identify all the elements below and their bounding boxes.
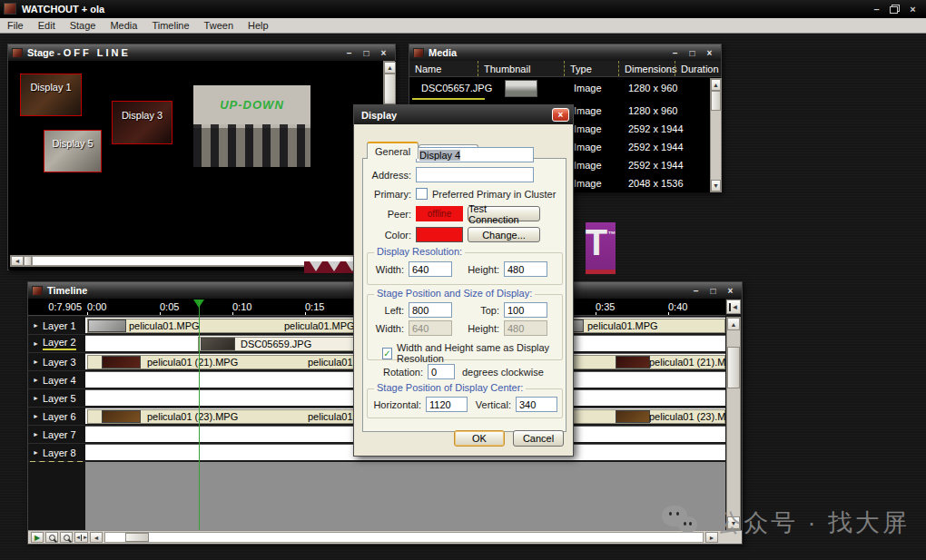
layer-header-6[interactable]: ►Layer 6 (28, 408, 85, 426)
restore-icon[interactable] (887, 3, 902, 15)
dialog-titlebar[interactable]: Display × (354, 105, 573, 124)
scroll-thumb[interactable] (125, 533, 149, 542)
stage-display-1[interactable]: Display 1 (20, 74, 82, 116)
ruler-tick: 0:10 (232, 301, 251, 312)
vertical-field[interactable]: 340 (516, 397, 557, 412)
scroll-thumb[interactable] (711, 91, 721, 111)
zoom-out-icon[interactable] (60, 532, 73, 543)
address-field[interactable] (416, 167, 534, 182)
minimize-icon[interactable]: – (668, 47, 682, 59)
same-size-checkbox[interactable]: ✓ (382, 348, 392, 359)
primary-checkbox[interactable] (416, 188, 428, 200)
watermark: 公众号 · 找大屏 (662, 506, 910, 540)
tab-general[interactable]: General (367, 142, 419, 159)
stage-window-icon (12, 48, 23, 58)
close-icon[interactable]: × (724, 285, 737, 297)
menu-help[interactable]: Help (241, 18, 276, 33)
scroll-thumb[interactable] (384, 74, 396, 104)
timeline-vscrollbar[interactable]: ▲ ▼ (726, 317, 741, 530)
app-title: WATCHOUT + ola (22, 4, 104, 15)
layer-header-4[interactable]: ►Layer 4 (28, 371, 85, 389)
stage-height-label: Height: (460, 323, 499, 334)
peer-status-badge: offline (416, 206, 463, 221)
ok-button[interactable]: OK (454, 430, 505, 447)
column-header-thumbnail[interactable]: Thumbnail (478, 61, 564, 76)
rotation-field[interactable]: 0 (428, 364, 455, 379)
menu-stage[interactable]: Stage (63, 18, 103, 33)
scroll-down-icon[interactable]: ▼ (711, 180, 721, 192)
menu-tween[interactable]: Tween (197, 18, 241, 33)
layer-header-5[interactable]: ►Layer 5 (28, 389, 85, 408)
media-dimensions: 2048 x 1536 (628, 178, 684, 189)
scroll-left-icon[interactable]: ◄ (90, 532, 103, 543)
scroll-thumb[interactable] (24, 256, 32, 266)
minimize-icon[interactable]: – (342, 47, 356, 59)
column-header-type[interactable]: Type (564, 61, 618, 76)
column-header-name[interactable]: Name (409, 61, 478, 76)
close-icon[interactable]: × (703, 47, 716, 59)
address-row: Address: (369, 167, 561, 182)
primary-checkbox-label: Preferred Primary in Cluster (432, 189, 556, 200)
menu-file[interactable]: File (0, 18, 31, 33)
clip-label: DSC05659.JPG (241, 339, 311, 349)
res-height-field[interactable]: 480 (504, 261, 547, 277)
address-label: Address: (369, 170, 411, 181)
media-row[interactable]: DSC05657.JPG Image 1280 x 960 (410, 78, 710, 100)
same-size-checkbox-label: Width and Height same as Display Resolut… (397, 342, 562, 364)
close-icon[interactable]: × (552, 108, 569, 122)
scroll-up-icon[interactable]: ▲ (711, 79, 721, 91)
display-label: Display 1 (21, 82, 81, 93)
stage-canvas[interactable]: Display 1 Display 3 Display 5 UP-DOWN ▲ … (9, 61, 396, 270)
stage-media-photo[interactable]: UP-DOWN (193, 85, 310, 167)
test-connection-button[interactable]: Test Connection (468, 206, 540, 221)
desktop: WATCHOUT + ola – × File Edit Stage Media… (0, 0, 926, 560)
left-field[interactable]: 800 (409, 302, 452, 318)
cancel-button[interactable]: Cancel (513, 430, 564, 447)
layer-header-8[interactable]: ►Layer 8 (28, 444, 85, 462)
layer-header-1[interactable]: ►Layer 1 (28, 317, 85, 335)
res-width-field[interactable]: 640 (409, 261, 452, 277)
column-header-duration[interactable]: Duration (675, 61, 721, 76)
stage-titlebar[interactable]: Stage - OFF LINE – □ × (8, 44, 395, 61)
maximize-icon[interactable]: □ (360, 47, 373, 59)
watermark-text: 公众号 · 找大屏 (716, 506, 910, 539)
clip-thumbnail (616, 356, 650, 368)
stage-window: Stage - OFF LINE – □ × Display 1 Display… (7, 44, 396, 270)
scroll-left-icon[interactable]: ◄ (11, 256, 24, 266)
stage-display-5[interactable]: Display 5 (44, 130, 102, 172)
maximize-icon[interactable]: □ (706, 285, 720, 297)
scroll-thumb[interactable] (727, 347, 740, 388)
media-vscrollbar[interactable]: ▲ ▼ (710, 78, 722, 192)
res-height-label: Height: (460, 264, 499, 275)
column-header-dimensions[interactable]: Dimensions (618, 61, 675, 76)
layer-header-2[interactable]: ►Layer 2 (28, 335, 85, 353)
skip-to-start-icon[interactable]: ◄ (726, 300, 741, 314)
stage-display-3[interactable]: Display 3 (112, 101, 172, 144)
top-field[interactable]: 100 (504, 302, 547, 318)
menu-edit[interactable]: Edit (31, 18, 63, 33)
change-color-button[interactable]: Change... (468, 227, 540, 242)
timeline-title: Timeline (47, 285, 87, 296)
clip-label: pelicula01 (23).MPG (147, 411, 238, 422)
pan-handles-icon[interactable]: ◄► (74, 532, 88, 543)
menu-timeline[interactable]: Timeline (144, 18, 196, 33)
layer-arrow-icon: ► (33, 395, 39, 401)
minimize-icon[interactable]: – (689, 285, 703, 297)
minimize-icon[interactable]: – (869, 3, 884, 15)
clip-label: pelicula01.MPG (284, 320, 355, 331)
media-titlebar[interactable]: Media – □ × (409, 44, 721, 61)
horizontal-field[interactable]: 1120 (426, 397, 468, 412)
close-icon[interactable]: × (377, 47, 390, 59)
rotation-label: Rotation: (369, 367, 423, 378)
maximize-icon[interactable]: □ (685, 47, 699, 59)
display-center-group-label: Stage Position of Display Center: (374, 382, 526, 393)
layer-header-7[interactable]: ►Layer 7 (28, 426, 85, 444)
scroll-up-icon[interactable]: ▲ (727, 318, 740, 330)
close-icon[interactable]: × (905, 3, 921, 15)
scroll-up-icon[interactable]: ▲ (384, 62, 396, 74)
layer-header-3[interactable]: ►Layer 3 (28, 353, 85, 371)
menu-media[interactable]: Media (103, 18, 144, 33)
name-field[interactable]: Display 4 (416, 147, 534, 162)
zoom-in-icon[interactable] (45, 532, 58, 543)
play-icon[interactable]: ▶ (31, 532, 44, 543)
